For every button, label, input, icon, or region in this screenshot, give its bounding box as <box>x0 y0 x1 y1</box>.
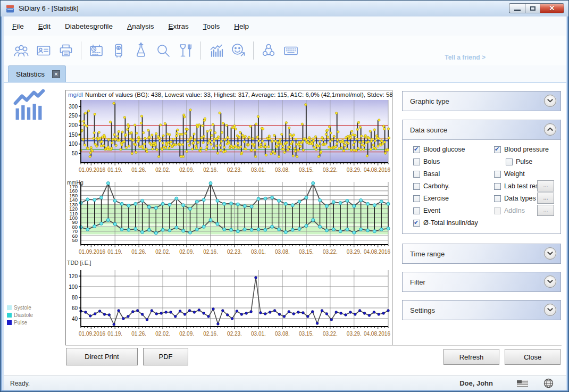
section-header-settings[interactable]: Settings <box>403 301 560 320</box>
svg-text:mmHg: mmHg <box>67 179 83 186</box>
footer-divider <box>65 345 562 346</box>
minimize-button[interactable] <box>509 3 525 13</box>
section-header-data-source[interactable]: Data source <box>403 120 560 139</box>
checkbox-row-bolus[interactable]: Bolus <box>413 156 440 167</box>
lab-flask-icon[interactable] <box>130 40 152 61</box>
section-title: Graphic type <box>403 97 449 105</box>
section-settings: Settings <box>402 300 561 320</box>
svg-text:100: 100 <box>69 141 78 147</box>
users-icon[interactable] <box>10 40 32 61</box>
checkbox-row-weight[interactable]: Weight <box>494 169 525 179</box>
checkbox-row-event[interactable]: Event <box>413 205 440 216</box>
section-header-filter[interactable]: Filter <box>403 272 560 291</box>
menu-file[interactable]: File <box>12 22 24 30</box>
checkbox[interactable] <box>506 159 513 165</box>
refresh-button[interactable]: Refresh <box>444 349 499 365</box>
statistics-icon[interactable] <box>205 40 227 61</box>
calendar-clock-icon[interactable] <box>85 40 107 61</box>
section-title: Time range <box>403 250 445 258</box>
checkbox[interactable] <box>494 146 501 153</box>
svg-text:03.08.: 03.08. <box>275 167 290 173</box>
checkbox-row-blood-pressure[interactable]: Blood pressure <box>494 144 549 155</box>
close-window-button[interactable]: ✕ <box>540 3 564 13</box>
menu-tools[interactable]: Tools <box>203 22 220 30</box>
nutrition-icon[interactable] <box>174 40 197 61</box>
section-title: Data source <box>403 126 447 134</box>
chart-header: mg/dl Number of values (BG): 438, Lowest… <box>66 91 392 99</box>
section-header-graphic-type[interactable]: Graphic type <box>403 91 560 111</box>
menu-edit[interactable]: Edit <box>38 22 51 30</box>
checkbox[interactable] <box>413 159 420 165</box>
checkbox-row--total-insulin-day[interactable]: Ø-Total insulin/day <box>413 218 478 228</box>
smiley-export-icon[interactable] <box>227 40 249 61</box>
app-window: SiDiary 6 - [Statistik] ✕ FileEditDiabet… <box>0 0 569 392</box>
checkbox[interactable] <box>494 183 501 190</box>
legend-label: Diastole <box>14 312 33 318</box>
checkbox[interactable] <box>413 146 420 153</box>
section-divider <box>540 95 540 107</box>
chevron-down-icon[interactable] <box>544 95 556 107</box>
menu-analysis[interactable]: Analysis <box>127 22 154 30</box>
svg-text:03.08.: 03.08. <box>275 331 290 337</box>
checkbox[interactable] <box>413 171 420 178</box>
keyboard-icon[interactable] <box>280 40 302 61</box>
contact-card-icon[interactable] <box>32 40 55 61</box>
checkbox[interactable] <box>413 220 420 227</box>
maximize-button[interactable] <box>525 3 540 13</box>
options-panel: Graphic typeData sourceBlood glucoseBolu… <box>402 91 561 320</box>
checkbox[interactable] <box>494 207 501 214</box>
checkbox-row-basal[interactable]: Basal <box>413 169 440 179</box>
more-options-button[interactable]: ... <box>537 180 554 191</box>
direct-print-button[interactable]: Direct Print <box>66 348 138 365</box>
globe-icon[interactable] <box>543 378 554 388</box>
checkbox[interactable] <box>413 183 420 190</box>
chevron-down-icon[interactable] <box>544 304 556 316</box>
checkbox-row-blood-glucose[interactable]: Blood glucose <box>413 144 465 155</box>
meter-device-icon[interactable] <box>107 40 130 61</box>
svg-text:03.22.: 03.22. <box>323 249 338 255</box>
svg-text:120: 120 <box>69 273 78 279</box>
section-header-time-range[interactable]: Time range <box>403 244 560 263</box>
checkbox[interactable] <box>413 207 420 214</box>
menu-help[interactable]: Help <box>234 22 249 30</box>
more-options-button[interactable]: ... <box>537 193 554 204</box>
svg-text:02.09.: 02.09. <box>179 331 194 337</box>
toolbar-separator <box>81 41 81 60</box>
chevron-down-icon[interactable] <box>544 276 556 288</box>
section-filter: Filter <box>402 272 561 292</box>
svg-text:01.19.: 01.19. <box>107 167 122 173</box>
more-options-button[interactable]: ... <box>537 205 554 216</box>
tell-a-friend-link[interactable]: Tell a friend > <box>445 54 486 61</box>
checkbox[interactable] <box>413 195 420 202</box>
chevron-down-icon[interactable] <box>544 247 556 260</box>
tab-label: Statistics <box>16 70 45 78</box>
pdf-button[interactable]: PDF <box>143 348 188 365</box>
tab-close-icon[interactable]: × <box>52 70 60 78</box>
checkbox-row-pulse[interactable]: Pulse <box>506 156 532 167</box>
language-flag-icon[interactable] <box>517 380 528 387</box>
checkbox-row-exercise[interactable]: Exercise <box>413 193 449 204</box>
printer-icon[interactable] <box>55 40 77 61</box>
checkbox-row-lab-test-resu[interactable]: Lab test resu <box>494 181 542 191</box>
search-icon[interactable] <box>152 40 174 61</box>
checkbox-row-addins[interactable]: AddIns <box>494 205 525 216</box>
checkbox-label: Event <box>423 207 440 214</box>
checkbox-label: Basal <box>423 170 440 178</box>
svg-text:03.08.: 03.08. <box>275 249 290 255</box>
checkbox-row-data-types[interactable]: Data types <box>494 193 536 204</box>
sync-share-icon[interactable] <box>257 40 280 61</box>
tab-statistics[interactable]: Statistics × <box>8 65 66 82</box>
patient-name: Doe, John <box>459 379 493 387</box>
checkbox[interactable] <box>494 195 501 202</box>
chart-panel: mg/dl Number of values (BG): 438, Lowest… <box>65 90 392 346</box>
menu-extras[interactable]: Extras <box>168 22 188 30</box>
legend-swatch <box>7 320 12 325</box>
chevron-up-icon[interactable] <box>544 123 556 136</box>
bp-legend: SystoleDiastolePulse <box>7 304 33 326</box>
svg-text:02.16.: 02.16. <box>203 331 218 337</box>
toolbar-separator <box>253 41 254 60</box>
checkbox[interactable] <box>494 171 501 178</box>
close-button[interactable]: Close <box>505 349 560 365</box>
checkbox-row-carbohy-[interactable]: Carbohy. <box>413 181 450 191</box>
menu-diabetesprofile[interactable]: Diabetesprofile <box>65 22 113 30</box>
